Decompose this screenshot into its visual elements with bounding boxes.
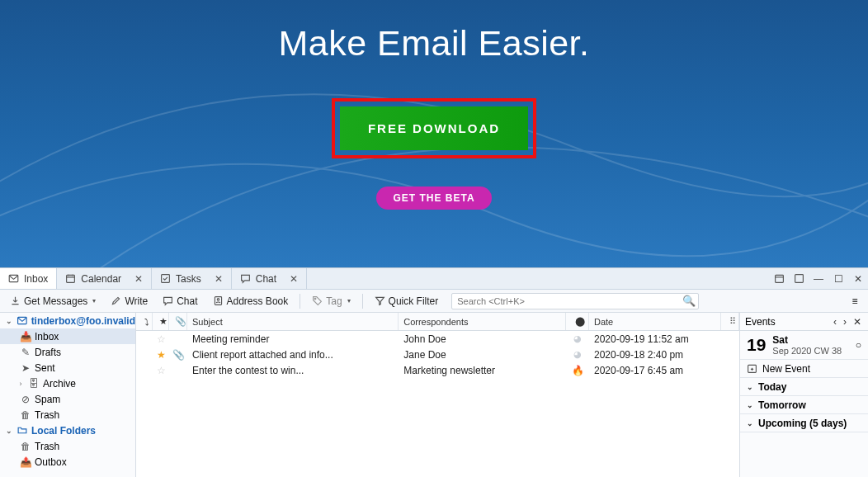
chat-icon: [240, 273, 251, 284]
message-subject: Enter the contest to win...: [187, 365, 399, 376]
email-client-screenshot: Inbox Calendar ✕ Tasks ✕ Chat ✕ — ☐ ✕ Ge…: [0, 267, 868, 477]
col-date[interactable]: Date: [589, 313, 721, 330]
close-events-button[interactable]: ✕: [851, 316, 863, 328]
search-icon[interactable]: 🔍: [682, 295, 696, 307]
tag-button[interactable]: Tag: [305, 292, 356, 310]
local-folders-node[interactable]: ⌄ Local Folders: [0, 423, 135, 438]
window-maximize-icon[interactable]: ☐: [828, 268, 848, 289]
chat-button[interactable]: Chat: [156, 292, 204, 310]
folder-spam[interactable]: ⊘Spam: [0, 391, 135, 407]
window-minimize-icon[interactable]: —: [809, 268, 828, 289]
events-section-today[interactable]: ⌄Today: [740, 378, 868, 396]
quick-filter-button[interactable]: Quick Filter: [368, 292, 446, 310]
events-section-upcoming[interactable]: ⌄Upcoming (5 days): [740, 414, 868, 432]
message-date: 2020-09-17 6:45 am: [589, 365, 721, 376]
col-thread[interactable]: ⤵: [136, 313, 153, 330]
tab-tasks[interactable]: Tasks ✕: [152, 268, 232, 289]
section-label: Tomorrow: [758, 399, 806, 411]
folder-label: Inbox: [35, 331, 59, 342]
toolbar-label: Quick Filter: [389, 295, 439, 307]
col-correspondents[interactable]: Correspondents: [399, 313, 566, 330]
tasks-toggle-icon[interactable]: [789, 268, 809, 289]
message-row[interactable]: ☆Enter the contest to win...Marketing ne…: [136, 362, 739, 378]
message-row[interactable]: ☆Meeting reminderJohn Doe◕2020-09-19 11:…: [136, 331, 739, 347]
folder-sent[interactable]: ➤Sent: [0, 360, 135, 375]
toolbar-label: Write: [125, 295, 148, 307]
separator: [362, 294, 363, 309]
tag-icon: [312, 295, 323, 306]
folder-label: Outbox: [35, 456, 67, 468]
tab-chat[interactable]: Chat ✕: [232, 268, 307, 289]
message-from: John Doe: [399, 333, 566, 345]
calendar-icon: [65, 273, 76, 284]
address-book-button[interactable]: Address Book: [206, 292, 295, 310]
folder-inbox[interactable]: 📥Inbox: [0, 328, 135, 344]
flame-icon: 🔥: [572, 365, 584, 376]
main-toolbar: Get Messages Write Chat Address Book Tag…: [0, 290, 868, 313]
chat-icon: [163, 295, 173, 306]
close-icon[interactable]: ✕: [290, 273, 298, 285]
col-picker[interactable]: ⠿: [721, 313, 739, 330]
toolbar-label: Tag: [326, 295, 342, 307]
tab-bar: Inbox Calendar ✕ Tasks ✕ Chat ✕ — ☐ ✕: [0, 268, 868, 290]
prev-day-button[interactable]: ‹: [832, 316, 838, 328]
next-day-button[interactable]: ›: [842, 316, 848, 328]
message-rows: ☆Meeting reminderJohn Doe◕2020-09-19 11:…: [136, 331, 739, 477]
star-icon[interactable]: ★: [157, 349, 166, 361]
new-event-label: New Event: [762, 363, 810, 375]
search-box: 🔍: [451, 293, 699, 309]
folder-drafts[interactable]: ✎Drafts: [0, 344, 135, 360]
window-close-icon[interactable]: ✕: [848, 268, 868, 289]
tab-label: Calendar: [81, 273, 121, 285]
close-icon[interactable]: ✕: [134, 273, 143, 285]
chevron-right-icon: ›: [17, 380, 25, 388]
tab-inbox[interactable]: Inbox: [0, 268, 57, 289]
folder-trash[interactable]: 🗑Trash: [0, 407, 135, 423]
close-icon[interactable]: ✕: [215, 273, 223, 285]
free-download-button[interactable]: FREE DOWNLOAD: [340, 106, 528, 150]
tab-label: Inbox: [24, 273, 48, 285]
get-beta-button[interactable]: GET THE BETA: [376, 187, 491, 210]
account-label: tinderbox@foo.invalid: [31, 315, 135, 327]
tab-calendar[interactable]: Calendar ✕: [57, 268, 152, 289]
folder-local-trash[interactable]: 🗑Trash: [0, 438, 135, 454]
new-event-button[interactable]: New Event: [740, 360, 868, 378]
events-section-tomorrow[interactable]: ⌄Tomorrow: [740, 396, 868, 414]
three-pane-layout: ⌄ tinderbox@foo.invalid 📥Inbox ✎Drafts ➤…: [0, 313, 868, 477]
folder-outbox[interactable]: 📤Outbox: [0, 454, 135, 470]
events-current-date: 19 Sat Sep 2020 CW 38 ○: [740, 331, 868, 360]
star-icon[interactable]: ☆: [157, 365, 166, 376]
message-from: Jane Doe: [399, 349, 566, 361]
trash-icon: 🗑: [20, 409, 31, 421]
hero-banner: Make Email Easier. FREE DOWNLOAD GET THE…: [0, 0, 868, 267]
message-from: Marketing newsletter: [399, 365, 566, 376]
search-input[interactable]: [451, 293, 699, 309]
col-attachment[interactable]: 📎: [169, 313, 187, 330]
svg-rect-4: [795, 275, 803, 283]
svg-point-7: [314, 298, 316, 300]
calendar-toggle-icon[interactable]: [769, 268, 789, 289]
col-subject[interactable]: Subject: [187, 313, 399, 330]
app-menu-button[interactable]: ≡: [845, 295, 865, 307]
write-button[interactable]: Write: [104, 292, 154, 310]
outbox-icon: 📤: [20, 456, 31, 468]
toolbar-label: Chat: [177, 295, 197, 307]
folder-tree: ⌄ tinderbox@foo.invalid 📥Inbox ✎Drafts ➤…: [0, 313, 136, 477]
folder-label: Trash: [35, 441, 59, 452]
events-pane: Events ‹ › ✕ 19 Sat Sep 2020 CW 38 ○ New…: [740, 313, 868, 477]
calendar-plus-icon: [747, 363, 757, 374]
col-star[interactable]: ★: [153, 313, 169, 330]
folder-archive[interactable]: ›🗄Archive: [0, 375, 135, 391]
today-button[interactable]: ○: [856, 339, 861, 351]
filter-icon: [375, 295, 385, 306]
message-row[interactable]: ★📎Client report attached and info...Jane…: [136, 347, 739, 362]
tasks-icon: [160, 273, 171, 284]
svg-rect-2: [162, 275, 170, 283]
get-messages-button[interactable]: Get Messages: [3, 292, 102, 310]
col-hot[interactable]: ⬤: [566, 313, 589, 330]
account-node[interactable]: ⌄ tinderbox@foo.invalid: [0, 313, 135, 328]
mail-icon: [8, 273, 19, 284]
download-icon: [10, 295, 21, 306]
star-icon[interactable]: ☆: [157, 333, 166, 345]
separator: [300, 294, 300, 309]
